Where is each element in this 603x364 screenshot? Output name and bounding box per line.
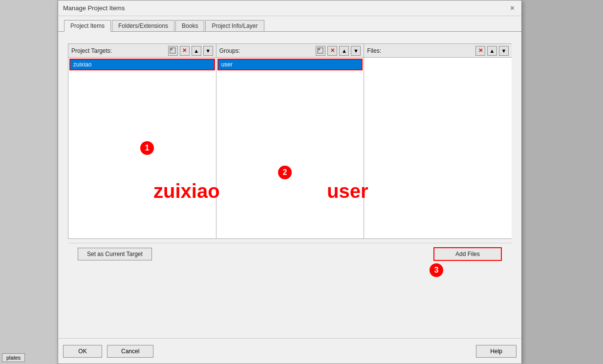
- groups-delete-btn[interactable]: ✕: [327, 46, 337, 56]
- title-bar: Manage Project Items ×: [58, 0, 521, 16]
- targets-up-btn[interactable]: ▲: [192, 46, 201, 56]
- svg-rect-1: [171, 48, 172, 50]
- tab-project-items[interactable]: Project Items: [64, 20, 111, 32]
- svg-rect-3: [318, 48, 320, 50]
- files-down-btn[interactable]: ▼: [499, 46, 509, 56]
- bottom-tabs-area: plates: [0, 351, 58, 364]
- tab-project-info-layer[interactable]: Project Info/Layer: [205, 20, 264, 31]
- cancel-button[interactable]: Cancel: [107, 345, 153, 358]
- targets-item-zuixiao[interactable]: zuixiao: [70, 60, 214, 69]
- groups-down-btn[interactable]: ▼: [351, 46, 361, 56]
- targets-new-btn[interactable]: [168, 46, 178, 56]
- tab-bar: Project Items Folders/Extensions Books P…: [58, 16, 521, 32]
- set-current-target-button[interactable]: Set as Current Target: [78, 248, 152, 260]
- help-button[interactable]: Help: [476, 345, 517, 358]
- add-files-button[interactable]: Add Files: [433, 247, 502, 261]
- plates-tab[interactable]: plates: [2, 353, 25, 362]
- groups-up-btn[interactable]: ▲: [339, 46, 349, 56]
- groups-header: Groups: ✕ ▲ ▼: [216, 44, 364, 58]
- groups-list: user: [216, 58, 364, 238]
- files-delete-btn[interactable]: ✕: [475, 46, 485, 56]
- annotation-3: 3: [430, 263, 443, 277]
- files-list: [364, 58, 512, 238]
- dialog-title: Manage Project Items: [63, 4, 125, 12]
- targets-label: Project Targets:: [71, 47, 166, 54]
- files-header: Files: ✕ ▲ ▼: [364, 44, 512, 58]
- targets-delete-btn[interactable]: ✕: [180, 46, 190, 56]
- groups-item-user[interactable]: user: [218, 60, 362, 69]
- groups-new-btn[interactable]: [316, 46, 325, 56]
- close-button[interactable]: ×: [508, 3, 517, 13]
- targets-down-btn[interactable]: ▼: [203, 46, 213, 56]
- targets-list: zuixiao: [68, 58, 216, 238]
- background-left: [0, 0, 58, 364]
- manage-project-dialog: Manage Project Items × Project Items Fol…: [58, 0, 522, 364]
- files-panel: Files: ✕ ▲ ▼: [364, 43, 512, 239]
- dialog-footer: OK Cancel Help: [58, 338, 521, 364]
- ok-button[interactable]: OK: [63, 345, 102, 358]
- targets-header: Project Targets: ✕ ▲ ▼: [68, 44, 216, 58]
- bottom-buttons-row: Set as Current Target Add Files: [68, 243, 512, 265]
- files-up-btn[interactable]: ▲: [487, 46, 497, 56]
- files-label: Files:: [367, 47, 474, 54]
- tab-folders-extensions[interactable]: Folders/Extensions: [112, 20, 174, 31]
- project-targets-panel: Project Targets: ✕ ▲ ▼ zuixiao: [68, 43, 216, 239]
- tab-books[interactable]: Books: [175, 20, 204, 31]
- groups-label: Groups:: [219, 47, 314, 54]
- content-area: Project Targets: ✕ ▲ ▼ zuixiao Gr: [58, 32, 521, 273]
- groups-panel: Groups: ✕ ▲ ▼ user: [216, 43, 364, 239]
- panels-row: Project Targets: ✕ ▲ ▼ zuixiao Gr: [68, 43, 512, 239]
